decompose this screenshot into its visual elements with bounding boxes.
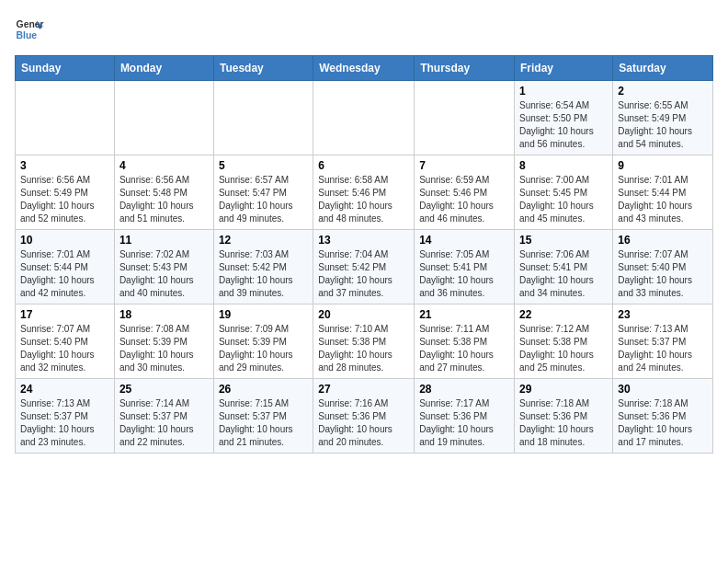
day-number: 29 xyxy=(519,383,608,396)
calendar-cell xyxy=(415,81,515,155)
weekday-header: Wednesday xyxy=(313,56,415,81)
day-number: 25 xyxy=(119,383,209,396)
day-info: Sunrise: 6:59 AM Sunset: 5:46 PM Dayligh… xyxy=(419,174,509,225)
logo: General Blue xyxy=(15,15,44,44)
calendar-cell: 8Sunrise: 7:00 AM Sunset: 5:45 PM Daylig… xyxy=(515,155,613,230)
day-info: Sunrise: 6:58 AM Sunset: 5:46 PM Dayligh… xyxy=(318,174,409,225)
calendar-cell: 2Sunrise: 6:55 AM Sunset: 5:49 PM Daylig… xyxy=(613,81,713,155)
day-number: 30 xyxy=(618,383,708,396)
calendar-cell xyxy=(16,81,115,155)
day-info: Sunrise: 7:01 AM Sunset: 5:44 PM Dayligh… xyxy=(618,174,708,225)
day-info: Sunrise: 7:18 AM Sunset: 5:36 PM Dayligh… xyxy=(618,397,708,449)
day-info: Sunrise: 7:05 AM Sunset: 5:41 PM Dayligh… xyxy=(419,248,509,300)
day-number: 15 xyxy=(519,234,608,247)
calendar-week-row: 17Sunrise: 7:07 AM Sunset: 5:40 PM Dayli… xyxy=(16,304,713,379)
calendar-header-row: SundayMondayTuesdayWednesdayThursdayFrid… xyxy=(16,56,713,81)
calendar-week-row: 10Sunrise: 7:01 AM Sunset: 5:44 PM Dayli… xyxy=(16,230,713,304)
calendar-cell: 24Sunrise: 7:13 AM Sunset: 5:37 PM Dayli… xyxy=(16,379,115,454)
calendar-cell: 29Sunrise: 7:18 AM Sunset: 5:36 PM Dayli… xyxy=(515,379,613,454)
weekday-header: Friday xyxy=(515,56,613,81)
calendar-cell: 26Sunrise: 7:15 AM Sunset: 5:37 PM Dayli… xyxy=(213,379,313,454)
day-info: Sunrise: 7:12 AM Sunset: 5:38 PM Dayligh… xyxy=(519,323,608,374)
day-info: Sunrise: 7:00 AM Sunset: 5:45 PM Dayligh… xyxy=(519,174,608,225)
day-number: 24 xyxy=(20,383,109,396)
logo-icon: General Blue xyxy=(15,15,44,44)
calendar-cell: 6Sunrise: 6:58 AM Sunset: 5:46 PM Daylig… xyxy=(313,155,415,230)
weekday-header: Tuesday xyxy=(213,56,313,81)
calendar-cell: 22Sunrise: 7:12 AM Sunset: 5:38 PM Dayli… xyxy=(515,304,613,379)
calendar-cell xyxy=(313,81,415,155)
day-info: Sunrise: 7:07 AM Sunset: 5:40 PM Dayligh… xyxy=(20,323,109,374)
calendar-cell: 20Sunrise: 7:10 AM Sunset: 5:38 PM Dayli… xyxy=(313,304,415,379)
day-info: Sunrise: 7:08 AM Sunset: 5:39 PM Dayligh… xyxy=(119,323,209,374)
day-number: 19 xyxy=(219,308,308,321)
day-info: Sunrise: 7:13 AM Sunset: 5:37 PM Dayligh… xyxy=(20,397,109,449)
day-info: Sunrise: 6:57 AM Sunset: 5:47 PM Dayligh… xyxy=(219,174,308,225)
calendar-cell: 4Sunrise: 6:56 AM Sunset: 5:48 PM Daylig… xyxy=(114,155,213,230)
weekday-header: Sunday xyxy=(16,56,115,81)
day-number: 1 xyxy=(519,85,608,98)
day-number: 10 xyxy=(20,234,109,247)
day-info: Sunrise: 7:17 AM Sunset: 5:36 PM Dayligh… xyxy=(419,397,509,449)
day-number: 22 xyxy=(519,308,608,321)
calendar-cell: 27Sunrise: 7:16 AM Sunset: 5:36 PM Dayli… xyxy=(313,379,415,454)
calendar-cell: 7Sunrise: 6:59 AM Sunset: 5:46 PM Daylig… xyxy=(415,155,515,230)
calendar-cell: 19Sunrise: 7:09 AM Sunset: 5:39 PM Dayli… xyxy=(213,304,313,379)
calendar-cell: 23Sunrise: 7:13 AM Sunset: 5:37 PM Dayli… xyxy=(613,304,713,379)
day-number: 12 xyxy=(219,234,308,247)
weekday-header: Monday xyxy=(114,56,213,81)
calendar-cell xyxy=(114,81,213,155)
day-number: 20 xyxy=(318,308,409,321)
svg-text:Blue: Blue xyxy=(17,30,38,40)
day-number: 8 xyxy=(519,159,608,172)
calendar-cell xyxy=(213,81,313,155)
calendar-cell: 14Sunrise: 7:05 AM Sunset: 5:41 PM Dayli… xyxy=(415,230,515,304)
calendar-cell: 21Sunrise: 7:11 AM Sunset: 5:38 PM Dayli… xyxy=(415,304,515,379)
day-number: 28 xyxy=(419,383,509,396)
calendar-cell: 25Sunrise: 7:14 AM Sunset: 5:37 PM Dayli… xyxy=(114,379,213,454)
day-info: Sunrise: 7:06 AM Sunset: 5:41 PM Dayligh… xyxy=(519,248,608,300)
day-info: Sunrise: 6:55 AM Sunset: 5:49 PM Dayligh… xyxy=(618,99,708,151)
calendar-cell: 18Sunrise: 7:08 AM Sunset: 5:39 PM Dayli… xyxy=(114,304,213,379)
day-info: Sunrise: 7:04 AM Sunset: 5:42 PM Dayligh… xyxy=(318,248,409,300)
day-number: 2 xyxy=(618,85,708,98)
day-number: 9 xyxy=(618,159,708,172)
day-number: 17 xyxy=(20,308,109,321)
day-number: 21 xyxy=(419,308,509,321)
day-info: Sunrise: 7:18 AM Sunset: 5:36 PM Dayligh… xyxy=(519,397,608,449)
calendar-week-row: 1Sunrise: 6:54 AM Sunset: 5:50 PM Daylig… xyxy=(16,81,713,155)
day-number: 18 xyxy=(119,308,209,321)
day-number: 6 xyxy=(318,159,409,172)
day-info: Sunrise: 7:07 AM Sunset: 5:40 PM Dayligh… xyxy=(618,248,708,300)
calendar-table: SundayMondayTuesdayWednesdayThursdayFrid… xyxy=(15,55,713,454)
weekday-header: Saturday xyxy=(613,56,713,81)
day-info: Sunrise: 7:03 AM Sunset: 5:42 PM Dayligh… xyxy=(219,248,308,300)
calendar-cell: 3Sunrise: 6:56 AM Sunset: 5:49 PM Daylig… xyxy=(16,155,115,230)
day-info: Sunrise: 7:10 AM Sunset: 5:38 PM Dayligh… xyxy=(318,323,409,374)
calendar-cell: 1Sunrise: 6:54 AM Sunset: 5:50 PM Daylig… xyxy=(515,81,613,155)
calendar-cell: 30Sunrise: 7:18 AM Sunset: 5:36 PM Dayli… xyxy=(613,379,713,454)
day-number: 23 xyxy=(618,308,708,321)
day-info: Sunrise: 7:01 AM Sunset: 5:44 PM Dayligh… xyxy=(20,248,109,300)
day-info: Sunrise: 7:14 AM Sunset: 5:37 PM Dayligh… xyxy=(119,397,209,449)
calendar-cell: 5Sunrise: 6:57 AM Sunset: 5:47 PM Daylig… xyxy=(213,155,313,230)
calendar-cell: 9Sunrise: 7:01 AM Sunset: 5:44 PM Daylig… xyxy=(613,155,713,230)
day-number: 5 xyxy=(219,159,308,172)
day-info: Sunrise: 6:54 AM Sunset: 5:50 PM Dayligh… xyxy=(519,99,608,151)
calendar-cell: 16Sunrise: 7:07 AM Sunset: 5:40 PM Dayli… xyxy=(613,230,713,304)
day-number: 13 xyxy=(318,234,409,247)
calendar-cell: 15Sunrise: 7:06 AM Sunset: 5:41 PM Dayli… xyxy=(515,230,613,304)
day-number: 16 xyxy=(618,234,708,247)
day-number: 26 xyxy=(219,383,308,396)
day-number: 27 xyxy=(318,383,409,396)
calendar-cell: 13Sunrise: 7:04 AM Sunset: 5:42 PM Dayli… xyxy=(313,230,415,304)
calendar-cell: 28Sunrise: 7:17 AM Sunset: 5:36 PM Dayli… xyxy=(415,379,515,454)
day-info: Sunrise: 7:13 AM Sunset: 5:37 PM Dayligh… xyxy=(618,323,708,374)
day-number: 3 xyxy=(20,159,109,172)
calendar-week-row: 3Sunrise: 6:56 AM Sunset: 5:49 PM Daylig… xyxy=(16,155,713,230)
day-number: 7 xyxy=(419,159,509,172)
day-number: 14 xyxy=(419,234,509,247)
day-info: Sunrise: 6:56 AM Sunset: 5:49 PM Dayligh… xyxy=(20,174,109,225)
page-header: General Blue xyxy=(15,15,713,44)
calendar-cell: 12Sunrise: 7:03 AM Sunset: 5:42 PM Dayli… xyxy=(213,230,313,304)
